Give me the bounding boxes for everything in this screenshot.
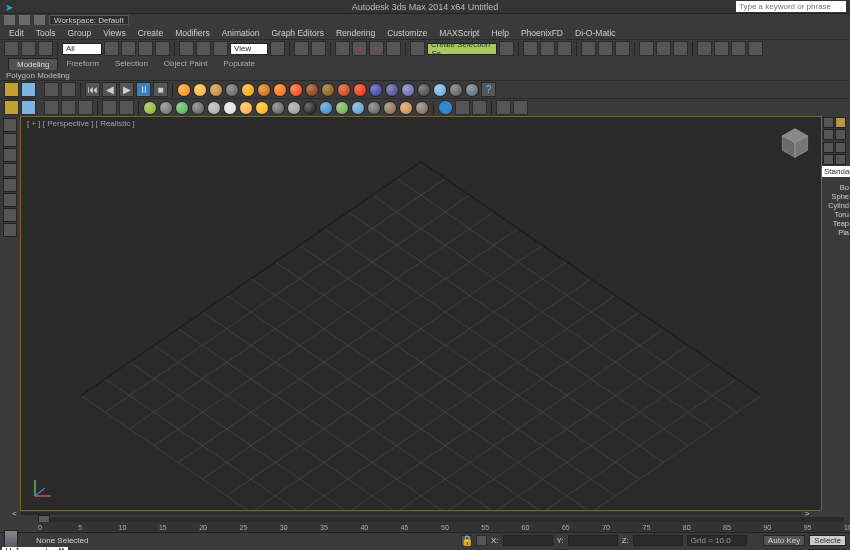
fx-orb-9-icon[interactable] bbox=[321, 83, 335, 97]
display-layers-icon[interactable] bbox=[557, 41, 572, 56]
menu-phoenixfd[interactable]: PhoenixFD bbox=[516, 28, 568, 38]
menu-group[interactable]: Group bbox=[63, 28, 97, 38]
fx-orb-5-icon[interactable] bbox=[257, 83, 271, 97]
plugin-btn-a1[interactable] bbox=[4, 82, 19, 97]
pause-icon[interactable]: ⏸ bbox=[136, 82, 151, 97]
move-icon[interactable] bbox=[179, 41, 194, 56]
menu-create[interactable]: Create bbox=[133, 28, 169, 38]
prim-sphere-button[interactable]: Sphe bbox=[822, 192, 850, 201]
tab-freeform[interactable]: Freeform bbox=[58, 58, 106, 69]
fx-orb-12-icon[interactable] bbox=[369, 83, 383, 97]
left-tool-7[interactable] bbox=[3, 208, 17, 222]
goto-start-icon[interactable]: ⏮ bbox=[85, 82, 100, 97]
fx2-orb-6-icon[interactable] bbox=[239, 101, 253, 115]
prim-cylinder-button[interactable]: Cylind bbox=[822, 201, 850, 210]
left-tool-6[interactable] bbox=[3, 193, 17, 207]
schematic-icon[interactable] bbox=[598, 41, 613, 56]
z-coord-input[interactable] bbox=[633, 535, 683, 546]
prim-torus-button[interactable]: Toru bbox=[822, 210, 850, 219]
mirror-icon[interactable] bbox=[499, 41, 514, 56]
cmd-category-dropdown[interactable]: Standard bbox=[822, 166, 850, 177]
fx-orb-17-icon[interactable] bbox=[449, 83, 463, 97]
select-name-icon[interactable] bbox=[121, 41, 136, 56]
prev-frame-icon[interactable]: ◀ bbox=[102, 82, 117, 97]
menu-customize[interactable]: Customize bbox=[382, 28, 432, 38]
bind-spacewarp-icon[interactable] bbox=[38, 41, 53, 56]
fx-orb-15-icon[interactable] bbox=[417, 83, 431, 97]
tb-extra1-icon[interactable] bbox=[697, 41, 712, 56]
menu-maxscript[interactable]: MAXScript bbox=[434, 28, 484, 38]
modify-tab-icon[interactable] bbox=[835, 117, 846, 128]
ref-coord-dropdown[interactable]: View bbox=[230, 43, 268, 55]
tab-selection[interactable]: Selection bbox=[107, 58, 156, 69]
redo-icon[interactable] bbox=[19, 15, 30, 25]
motion-tab-icon[interactable] bbox=[835, 129, 846, 140]
tab-modeling[interactable]: Modeling bbox=[8, 58, 58, 70]
left-tool-2[interactable] bbox=[3, 133, 17, 147]
selection-filter-dropdown[interactable]: All bbox=[62, 43, 102, 55]
use-center-icon[interactable] bbox=[270, 41, 285, 56]
fx2-orb-15-icon[interactable] bbox=[383, 101, 397, 115]
material-editor-icon[interactable] bbox=[615, 41, 630, 56]
fx2-orb-2-icon[interactable] bbox=[175, 101, 189, 115]
select-link-icon[interactable] bbox=[4, 41, 19, 56]
tab-populate[interactable]: Populate bbox=[215, 58, 263, 69]
tb-extra4-icon[interactable] bbox=[748, 41, 763, 56]
fx-orb-18-icon[interactable] bbox=[465, 83, 479, 97]
fx-orb-6-icon[interactable] bbox=[273, 83, 287, 97]
plugin-btn-a2[interactable] bbox=[21, 82, 36, 97]
fx-orb-14-icon[interactable] bbox=[401, 83, 415, 97]
plugin-btn-b23[interactable] bbox=[513, 100, 528, 115]
fx2-orb-9-icon[interactable] bbox=[287, 101, 301, 115]
spinner-snap-icon[interactable] bbox=[386, 41, 401, 56]
rendered-frame-icon[interactable] bbox=[656, 41, 671, 56]
workspace-selector[interactable]: Workspace: Default bbox=[49, 15, 129, 25]
shapes-tab-icon[interactable] bbox=[835, 142, 846, 153]
prim-teapot-button[interactable]: Teap bbox=[822, 219, 850, 228]
fx2-orb-1-icon[interactable] bbox=[159, 101, 173, 115]
menu-edit[interactable]: Edit bbox=[4, 28, 29, 38]
prim-plane-button[interactable]: Pla bbox=[822, 228, 850, 237]
snap-2d-icon[interactable]: 2 bbox=[335, 41, 350, 56]
cameras-tab-icon[interactable] bbox=[835, 154, 846, 165]
fx2-orb-0-icon[interactable] bbox=[143, 101, 157, 115]
plugin-btn-b3[interactable] bbox=[44, 100, 59, 115]
snap-percent-icon[interactable]: % bbox=[369, 41, 384, 56]
abs-relative-icon[interactable] bbox=[476, 535, 487, 546]
tab-objectpaint[interactable]: Object Paint bbox=[156, 58, 216, 69]
fx-orb-13-icon[interactable] bbox=[385, 83, 399, 97]
fx2-orb-14-icon[interactable] bbox=[367, 101, 381, 115]
snap-angle-icon[interactable]: a bbox=[352, 41, 367, 56]
plugin-btn-b21[interactable] bbox=[472, 100, 487, 115]
window-crossing-icon[interactable] bbox=[155, 41, 170, 56]
left-tool-1[interactable] bbox=[3, 118, 17, 132]
tb-extra3-icon[interactable] bbox=[731, 41, 746, 56]
fx2-orb-11-icon[interactable] bbox=[319, 101, 333, 115]
hierarchy-tab-icon[interactable] bbox=[823, 129, 834, 140]
undo-icon[interactable] bbox=[4, 15, 15, 25]
autokey-button[interactable]: Auto Key bbox=[763, 535, 805, 546]
menu-views[interactable]: Views bbox=[98, 28, 131, 38]
fx-orb-0-icon[interactable] bbox=[177, 83, 191, 97]
menu-animation[interactable]: Animation bbox=[217, 28, 265, 38]
plugin-btn-b19[interactable] bbox=[438, 100, 453, 115]
layers-icon[interactable] bbox=[540, 41, 555, 56]
fx2-orb-4-icon[interactable] bbox=[207, 101, 221, 115]
fx-orb-11-icon[interactable] bbox=[353, 83, 367, 97]
geometry-tab-icon[interactable] bbox=[823, 142, 834, 153]
edit-named-sel-icon[interactable] bbox=[410, 41, 425, 56]
select-object-icon[interactable] bbox=[104, 41, 119, 56]
render-setup-icon[interactable] bbox=[639, 41, 654, 56]
plugin-btn-b1[interactable] bbox=[4, 100, 19, 115]
create-tab-icon[interactable] bbox=[823, 117, 834, 128]
fx2-orb-13-icon[interactable] bbox=[351, 101, 365, 115]
tb-extra2-icon[interactable] bbox=[714, 41, 729, 56]
lights-tab-icon[interactable] bbox=[823, 154, 834, 165]
fx-orb-4-icon[interactable] bbox=[241, 83, 255, 97]
plugin-btn-b6[interactable] bbox=[102, 100, 117, 115]
render-production-icon[interactable] bbox=[673, 41, 688, 56]
fx-orb-3-icon[interactable] bbox=[225, 83, 239, 97]
plugin-btn-b20[interactable] bbox=[455, 100, 470, 115]
fx2-orb-17-icon[interactable] bbox=[415, 101, 429, 115]
fx2-orb-3-icon[interactable] bbox=[191, 101, 205, 115]
